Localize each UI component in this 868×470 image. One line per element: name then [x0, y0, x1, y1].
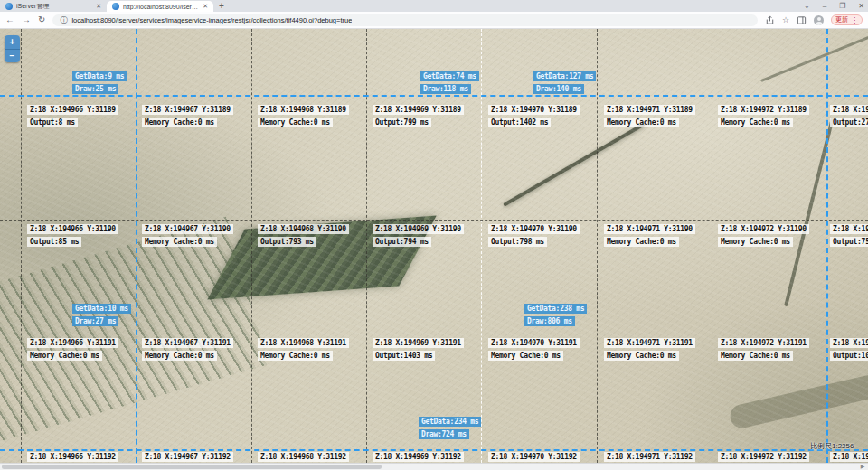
forward-button[interactable]: → — [22, 15, 31, 24]
tile-debug-text: Z:18 X:19 — [830, 224, 868, 234]
tile-debug-text: Memory Cache:0 ms — [604, 351, 679, 361]
map-viewport[interactable]: Z:18 X:194966 Y:31189Output:8 msZ:18 X:1… — [0, 29, 868, 463]
tile-grid-line-vertical — [366, 29, 367, 463]
tile-debug-label: Z:18 X:194972 Y:31190Memory Cache:0 ms — [718, 224, 809, 249]
tile-debug-text: Memory Cache:0 ms — [488, 351, 563, 361]
menu-dots-icon[interactable]: ⋮ — [851, 16, 858, 24]
tile-debug-label: Z:18 X:194967 Y:31189Memory Cache:0 ms — [142, 105, 233, 130]
tile-debug-text: Output:10 — [830, 351, 868, 361]
tile-debug-text: Z:18 X:194966 Y:31191 — [27, 338, 118, 348]
tile-grid-line-vertical — [251, 29, 252, 463]
tile-debug-text: Z:18 X:194971 Y:31191 — [604, 338, 695, 348]
tile-debug-text: Z:18 X:194971 Y:31190 — [604, 224, 695, 234]
tile-debug-text: Memory Cache:0 ms — [718, 351, 793, 361]
tile-debug-label: Z:18 X:194970 Y:31190Output:798 ms — [488, 224, 580, 249]
tile-grid-line-horizontal — [0, 334, 868, 334]
tab-title: iServer管理 — [16, 2, 92, 11]
url-text[interactable]: localhost:8090/iserver/services/imageser… — [71, 16, 352, 24]
tile-debug-text: Memory Cache:0 ms — [604, 237, 679, 247]
tile-debug-text: Z:18 X:194968 Y:31192 — [258, 452, 349, 462]
tile-debug-text: Z:18 X:19 — [830, 338, 868, 348]
tile-debug-text: Output:75 — [830, 237, 868, 247]
tile-debug-text: Z:18 X:194971 Y:31192 — [604, 452, 695, 462]
tile-debug-label: Z:18 X:194970 Y:31189Output:1402 ms — [488, 105, 580, 130]
tab-search-chevron-icon[interactable]: ⌄ — [804, 2, 810, 10]
tile-grid-line-horizontal — [0, 449, 868, 451]
horizontal-scrollbar[interactable]: ▶ — [0, 463, 868, 470]
tile-perf-label: GetData:234 msDraw:724 ms — [419, 417, 481, 442]
tile-debug-label: Z:18 X:19 — [830, 452, 868, 463]
scrollbar-thumb[interactable] — [2, 465, 382, 469]
close-window-button[interactable]: ✕ — [858, 2, 864, 10]
side-panel-icon[interactable] — [797, 15, 807, 25]
tile-debug-text: Z:18 X:194966 Y:31189 — [27, 105, 118, 115]
tile-debug-text: Z:18 X:194969 Y:31191 — [373, 338, 464, 348]
tile-debug-text: Z:18 X:19 — [830, 452, 868, 462]
tile-debug-text: Z:18 X:194970 Y:31191 — [488, 338, 580, 348]
tile-debug-label: Z:18 X:194966 Y:31191Memory Cache:0 ms — [27, 338, 118, 363]
tile-debug-label: Z:18 X:194969 Y:31191Output:1403 ms — [373, 338, 464, 363]
tile-debug-text: Memory Cache:0 ms — [718, 118, 793, 127]
back-button[interactable]: ← — [5, 15, 14, 24]
tab-title: http://localhost:8090/iserver/s — [123, 4, 199, 10]
tile-debug-text: Z:18 X:194972 Y:31191 — [718, 338, 809, 348]
tile-debug-text: Z:18 X:19 — [830, 105, 868, 115]
tab-close-icon[interactable]: ✕ — [203, 3, 208, 10]
tile-debug-label: Z:18 X:194971 Y:31192 — [604, 452, 695, 463]
tile-debug-text: Z:18 X:194970 Y:31189 — [488, 105, 580, 115]
tile-debug-label: Z:18 X:194972 Y:31191Memory Cache:0 ms — [718, 338, 809, 363]
tile-debug-text: GetData:74 ms — [420, 71, 479, 81]
tile-debug-label: Z:18 X:194970 Y:31192 — [488, 452, 580, 463]
tile-debug-label: Z:18 X:194971 Y:31191Memory Cache:0 ms — [604, 338, 695, 363]
zoom-out-button[interactable]: − — [5, 49, 20, 62]
tile-debug-text: Z:18 X:194967 Y:31192 — [142, 452, 233, 462]
tab-iserver-admin[interactable]: iServer管理 ✕ — [0, 1, 107, 12]
tile-debug-label: Z:18 X:194970 Y:31191Memory Cache:0 ms — [488, 338, 580, 363]
tile-debug-text: Z:18 X:194967 Y:31191 — [142, 338, 233, 348]
tile-debug-text: Output:799 ms — [373, 118, 431, 127]
tile-debug-label: Z:18 X:194966 Y:31190Output:85 ms — [27, 224, 118, 249]
tile-debug-text: Z:18 X:194972 Y:31192 — [718, 452, 809, 462]
share-icon[interactable] — [765, 15, 775, 25]
new-tab-button[interactable]: + — [219, 1, 224, 11]
site-info-icon[interactable]: ⓘ — [60, 15, 67, 25]
tile-debug-text: GetData:238 ms — [524, 304, 587, 314]
tab-image-service[interactable]: http://localhost:8090/iserver/s ✕ — [107, 1, 213, 12]
bookmark-star-icon[interactable]: ☆ — [782, 16, 789, 24]
tile-debug-label: Z:18 X:194967 Y:31191Memory Cache:0 ms — [142, 338, 233, 363]
tile-debug-text: GetData:127 ms — [533, 71, 596, 81]
tile-debug-text: Memory Cache:0 ms — [718, 237, 793, 247]
tile-debug-text: Z:18 X:194968 Y:31191 — [258, 338, 349, 348]
tile-debug-label: Z:18 X:194967 Y:31192 — [142, 452, 233, 463]
tile-debug-text: Z:18 X:194972 Y:31190 — [718, 224, 809, 234]
tile-debug-text: Memory Cache:0 ms — [142, 237, 217, 247]
tile-perf-label: GetData:9 msDraw:25 ms — [72, 71, 127, 97]
tile-debug-text: Z:18 X:194969 Y:31190 — [373, 224, 464, 234]
tab-close-icon[interactable]: ✕ — [96, 3, 101, 10]
restore-button[interactable]: ❐ — [839, 2, 845, 10]
minimize-button[interactable]: – — [823, 2, 826, 10]
tile-debug-text: Output:27 — [830, 118, 868, 127]
tile-grid-line-vertical — [481, 29, 482, 463]
tile-debug-label: Z:18 X:19Output:10 — [830, 338, 868, 363]
tile-debug-label: Z:18 X:194969 Y:31189Output:799 ms — [373, 105, 464, 130]
tile-debug-text: Draw:724 ms — [419, 429, 469, 439]
chrome-update-badge[interactable]: 更新 ⋮ — [831, 14, 863, 25]
map-zoom-control: + − — [5, 35, 20, 62]
address-bar[interactable]: ⓘ localhost:8090/iserver/services/images… — [52, 14, 758, 26]
map-scale-text: 比例尺1:2256 — [810, 441, 854, 451]
reload-button[interactable]: ↻ — [38, 15, 45, 24]
iserver-favicon-icon — [112, 3, 119, 10]
tile-grid-line-horizontal — [0, 220, 868, 221]
zoom-in-button[interactable]: + — [5, 35, 20, 49]
tile-debug-text: Draw:140 ms — [533, 84, 584, 94]
window-controls: ⌄ – ❐ ✕ — [804, 0, 864, 11]
tile-debug-label: Z:18 X:194969 Y:31192 — [373, 452, 464, 463]
profile-avatar[interactable] — [814, 15, 824, 25]
tile-grid-line-vertical — [21, 29, 22, 463]
tile-debug-text: Z:18 X:194967 Y:31189 — [142, 105, 233, 115]
tile-debug-text: Memory Cache:0 ms — [258, 351, 333, 361]
tile-debug-label: Z:18 X:194968 Y:31190Output:793 ms — [258, 224, 349, 249]
scroll-right-arrow-icon[interactable]: ▶ — [859, 464, 866, 470]
tile-debug-text: Memory Cache:0 ms — [142, 351, 217, 361]
